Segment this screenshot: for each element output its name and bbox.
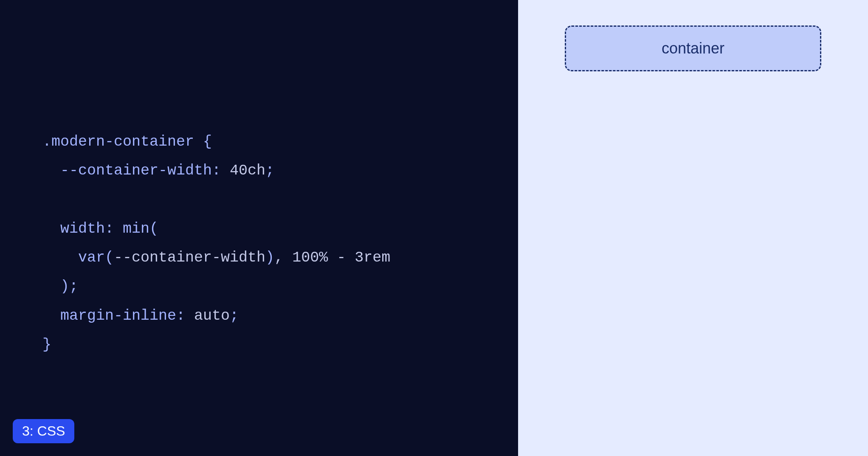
code-property: --container-width <box>60 162 212 179</box>
code-brace: } <box>42 336 51 353</box>
container-preview-box: container <box>565 25 821 71</box>
code-colon: : <box>212 162 230 179</box>
code-indent <box>42 307 60 324</box>
code-paren: ) <box>265 249 274 266</box>
code-editor-panel: .modern-container { --container-width: 4… <box>0 0 518 456</box>
code-paren: ) <box>60 278 69 295</box>
code-paren: ( <box>105 249 114 266</box>
code-indent <box>42 220 60 237</box>
code-func: var <box>78 249 105 266</box>
code-paren: ( <box>149 220 158 237</box>
code-var: --container-width <box>114 249 265 266</box>
code-semicolon: ; <box>265 162 274 179</box>
code-property: margin-inline <box>60 307 176 324</box>
code-colon: : <box>176 307 194 324</box>
code-indent <box>42 249 78 266</box>
code-value: auto <box>194 307 230 324</box>
code-property: width <box>60 220 105 237</box>
code-comma: , <box>274 249 292 266</box>
code-block: .modern-container { --container-width: 4… <box>42 127 476 359</box>
code-indent <box>42 278 60 295</box>
code-semicolon: ; <box>69 278 78 295</box>
code-value: 40ch <box>230 162 265 179</box>
code-colon: : <box>105 220 123 237</box>
code-semicolon: ; <box>230 307 239 324</box>
code-func: min <box>123 220 149 237</box>
code-indent <box>42 162 60 179</box>
code-brace: { <box>194 133 212 150</box>
code-selector: .modern-container <box>42 133 194 150</box>
step-badge: 3: CSS <box>13 419 74 443</box>
preview-panel: container <box>518 0 868 456</box>
code-value: 100% - 3rem <box>292 249 390 266</box>
